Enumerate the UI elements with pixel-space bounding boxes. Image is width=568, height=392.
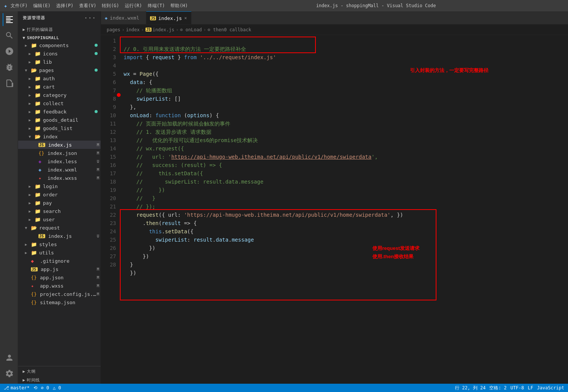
sidebar-item-login[interactable]: ▶ 📁 login bbox=[18, 182, 101, 190]
sidebar-item-lib[interactable]: ▶ 📁 lib bbox=[18, 58, 101, 66]
git-branch[interactable]: ⎇ master* bbox=[4, 385, 30, 390]
mod-label: M bbox=[97, 168, 99, 172]
activity-settings[interactable] bbox=[3, 367, 15, 380]
json-file-icon: {} bbox=[31, 275, 38, 280]
mod-label: U bbox=[97, 234, 99, 238]
sidebar-item-app-js[interactable]: JS app.js M bbox=[18, 265, 101, 273]
sidebar-item-category[interactable]: ▶ 📁 category bbox=[18, 91, 101, 99]
item-label: index.js bbox=[48, 233, 97, 239]
breadcrumb-index[interactable]: index bbox=[126, 27, 139, 32]
json-file-icon: {} bbox=[31, 291, 38, 297]
breadcrumb-pages[interactable]: pages bbox=[107, 27, 120, 32]
sidebar-item-icons[interactable]: ▶ 📁 icons bbox=[18, 49, 101, 58]
menu-select[interactable]: 选择(P) bbox=[56, 3, 73, 9]
breadcrumb-onload[interactable]: ⊙ onLoad bbox=[180, 27, 202, 32]
item-label: user bbox=[43, 217, 101, 222]
menu-help[interactable]: 帮助(H) bbox=[170, 3, 188, 9]
tab-close-button[interactable]: × bbox=[184, 15, 187, 21]
line-column[interactable]: 行 22, 列 24 bbox=[455, 385, 486, 391]
json-file-icon: {} bbox=[38, 150, 45, 156]
timeline-label: 时间线 bbox=[27, 377, 40, 383]
sidebar-item-collect[interactable]: ▶ 📁 collect bbox=[18, 99, 101, 107]
chevron-right-icon: ▶ bbox=[29, 101, 35, 106]
menu-run[interactable]: 运行(R) bbox=[125, 3, 142, 9]
folder-icon: 📁 bbox=[35, 126, 41, 131]
item-label: feedback bbox=[43, 109, 95, 115]
sidebar-item-request[interactable]: ▼ 📂 request bbox=[18, 224, 101, 232]
sidebar-item-search[interactable]: ▶ 📁 search bbox=[18, 207, 101, 215]
sidebar-item-index-wxss[interactable]: ✦ index.wxss M bbox=[18, 174, 101, 182]
sync-button[interactable]: ⟲ bbox=[34, 385, 37, 390]
folder-icon: 📁 bbox=[31, 242, 38, 247]
activity-explorer[interactable] bbox=[3, 13, 15, 26]
sidebar-item-utils[interactable]: ▶ 📁 utils bbox=[18, 248, 101, 257]
activity-search[interactable] bbox=[3, 29, 15, 42]
chevron-right-icon: ▶ bbox=[29, 77, 35, 81]
outline-section[interactable]: ▶ 大纲 bbox=[18, 366, 101, 375]
sidebar-item-request-index-js[interactable]: JS index.js U bbox=[18, 232, 101, 240]
chevron-right-icon: ▶ bbox=[29, 217, 35, 222]
sidebar-item-pages[interactable]: ▼ 📂 pages bbox=[18, 66, 101, 74]
timeline-section[interactable]: ▶ 时间线 bbox=[18, 375, 101, 384]
sidebar-item-user[interactable]: ▶ 📁 user bbox=[18, 215, 101, 224]
sidebar-item-app-json[interactable]: {} app.json M bbox=[18, 273, 101, 282]
sidebar-item-goods-list[interactable]: ▶ 📁 goods_list bbox=[18, 124, 101, 132]
tabs-bar: ◈ index.wxml JS index.js × bbox=[101, 11, 568, 24]
sidebar-item-index-js[interactable]: JS index.js M bbox=[18, 141, 101, 149]
menu-terminal[interactable]: 终端(T) bbox=[148, 3, 165, 9]
sidebar-item-feedback[interactable]: ▶ 📁 feedback bbox=[18, 107, 101, 116]
item-label: app.json bbox=[40, 275, 97, 280]
sidebar-item-sitemap[interactable]: {} sitemap.json bbox=[18, 298, 101, 306]
item-label: pay bbox=[43, 200, 101, 206]
sidebar-menu-button[interactable]: ··· bbox=[84, 14, 96, 21]
breadcrumb-file[interactable]: JS index.js bbox=[145, 27, 175, 32]
item-label: login bbox=[43, 184, 101, 189]
sidebar-item-gitignore[interactable]: ◆ .gitignore bbox=[18, 257, 101, 265]
sidebar-item-project-config[interactable]: {} project.config.js... M bbox=[18, 290, 101, 298]
menu-goto[interactable]: 转到(G) bbox=[102, 3, 119, 9]
activity-account[interactable] bbox=[3, 351, 15, 364]
tab-label: index.js bbox=[158, 15, 182, 21]
item-label: index.wxss bbox=[47, 175, 97, 181]
encoding[interactable]: UTF-8 bbox=[510, 385, 524, 390]
sidebar-item-index-wxml[interactable]: ◈ index.wxml M bbox=[18, 165, 101, 174]
explorer-section[interactable]: ▼ SHOPPINGMALL bbox=[18, 33, 101, 41]
item-label: collect bbox=[43, 101, 101, 106]
code-editor[interactable]: 1 2 3 4 5 6 7 8 9 10 11 12 13 14 15 16 1 bbox=[101, 35, 568, 384]
sidebar-item-index-folder[interactable]: ▼ 📂 index bbox=[18, 132, 101, 141]
activity-git[interactable] bbox=[3, 45, 15, 58]
folder-icon: 📁 bbox=[35, 59, 41, 65]
chevron-right-icon: ▶ bbox=[25, 251, 31, 255]
sidebar-item-pay[interactable]: ▶ 📁 pay bbox=[18, 199, 101, 207]
tab-wxml[interactable]: ◈ index.wxml bbox=[101, 11, 146, 24]
sidebar-item-auth[interactable]: ▶ 📁 auth bbox=[18, 74, 101, 83]
spaces[interactable]: 空格: 2 bbox=[489, 385, 507, 391]
open-editors-section[interactable]: ▶ 打开的编辑器 bbox=[18, 24, 101, 33]
menu-file[interactable]: 文件(F) bbox=[11, 3, 28, 9]
line-ending[interactable]: LF bbox=[528, 385, 533, 390]
tab-js[interactable]: JS index.js × bbox=[146, 11, 191, 24]
errors-indicator[interactable]: ⊘ 0 bbox=[41, 385, 49, 390]
sidebar-item-index-json[interactable]: {} index.json M bbox=[18, 149, 101, 157]
menu-edit[interactable]: 编辑(E) bbox=[33, 3, 51, 9]
language-mode[interactable]: JavaScript bbox=[537, 385, 564, 390]
menu-view[interactable]: 查看(V) bbox=[79, 3, 96, 9]
breadcrumb-callback[interactable]: ⊙ then0 callback bbox=[208, 27, 251, 32]
sidebar-title: 资源管理器 bbox=[23, 15, 45, 21]
wxss-file-icon: ✦ bbox=[38, 175, 45, 181]
menu-bar[interactable]: 文件(F) 编辑(E) 选择(P) 查看(V) 转到(G) 运行(R) 终端(T… bbox=[11, 3, 188, 9]
sidebar-item-components[interactable]: ▶ 📁 components bbox=[18, 41, 101, 49]
sidebar-item-styles[interactable]: ▶ 📁 styles bbox=[18, 240, 101, 248]
activity-extensions[interactable] bbox=[3, 77, 15, 89]
sidebar-item-goods-detail[interactable]: ▶ 📁 goods_detail bbox=[18, 116, 101, 124]
activity-debug[interactable] bbox=[3, 61, 15, 74]
folder-icon: 📁 bbox=[35, 51, 41, 57]
sidebar-item-order[interactable]: ▶ 📁 order bbox=[18, 190, 101, 199]
folder-open-icon: 📂 bbox=[31, 225, 38, 231]
wxss-file-icon: ✦ bbox=[31, 283, 38, 289]
warnings-indicator[interactable]: △ 0 bbox=[53, 385, 61, 390]
item-label: category bbox=[43, 92, 101, 98]
sidebar-item-cart[interactable]: ▶ 📁 cart bbox=[18, 83, 101, 91]
sidebar-item-index-less[interactable]: ◈ index.less U bbox=[18, 157, 101, 165]
sidebar-item-app-wxss[interactable]: ✦ app.wxss M bbox=[18, 282, 101, 290]
